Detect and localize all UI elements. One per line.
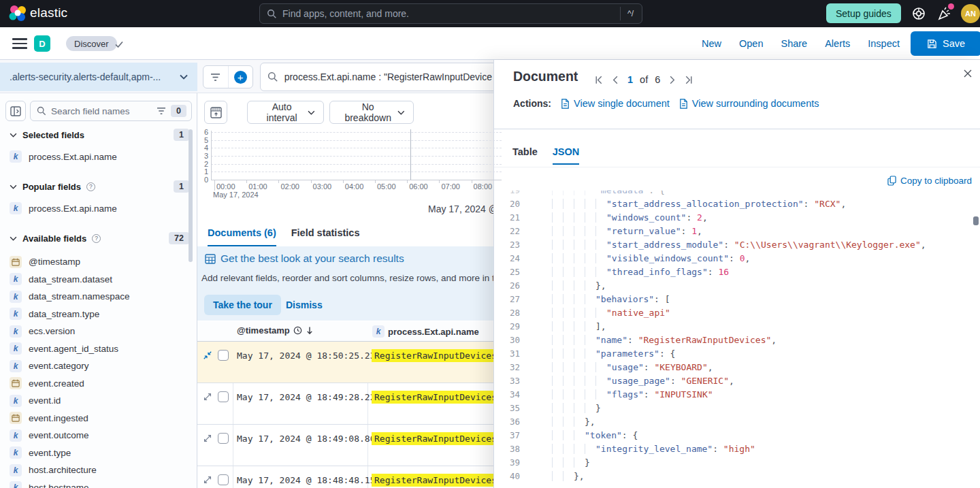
json-token: ,: [697, 226, 702, 236]
indent-guides: [552, 253, 606, 263]
user-avatar[interactable]: AN: [961, 4, 980, 23]
view-single-document-link[interactable]: View single document: [561, 98, 670, 109]
x-axis-tick-mark: [407, 180, 408, 183]
chart-options-button[interactable]: [204, 101, 227, 124]
row-checkbox[interactable]: [218, 391, 229, 402]
line-content: "usage_page": "GENERIC",: [532, 376, 734, 386]
indent-guides: [552, 191, 595, 195]
table-row[interactable]: May 17, 2024 @ 18:50:25.237RegisterRawIn…: [197, 342, 504, 383]
field-search-input[interactable]: Search field names 0: [30, 101, 192, 121]
menu-icon[interactable]: [12, 38, 27, 49]
line-number: 22: [494, 226, 532, 236]
json-token: :: [686, 212, 697, 223]
json-line: 27"behaviors": [: [494, 292, 980, 306]
chevron-down-icon: [10, 184, 17, 189]
field-list-item[interactable]: kecs.version: [0, 323, 197, 340]
table-row[interactable]: May 17, 2024 @ 18:49:08.809RegisterRawIn…: [197, 425, 504, 466]
take-tour-button[interactable]: Take the tour: [204, 295, 281, 315]
interval-select[interactable]: Auto interval: [247, 101, 324, 124]
collapse-sidebar-button[interactable]: [5, 101, 26, 121]
expand-document-icon[interactable]: [203, 434, 212, 443]
field-section-header[interactable]: Selected fields1: [0, 128, 197, 142]
field-list-item[interactable]: kevent.id: [0, 392, 197, 410]
field-list-item[interactable]: kprocess.Ext.api.name: [0, 200, 197, 216]
field-column-header[interactable]: k process.Ext.api.name: [372, 325, 479, 338]
query-input[interactable]: process.Ext.api.name : "RegisterRawInput…: [260, 63, 500, 91]
previous-page-icon[interactable]: [610, 75, 621, 85]
row-checkbox[interactable]: [218, 474, 229, 485]
y-axis-tick: 3: [199, 152, 208, 160]
nav-link-alerts[interactable]: Alerts: [825, 38, 850, 49]
document-flyout: Document 1 of 6 Actions: View single doc…: [493, 60, 980, 488]
timestamp-column-header[interactable]: @timestamp: [237, 325, 314, 336]
news-icon[interactable]: [936, 5, 953, 22]
total-pages: 6: [655, 74, 660, 85]
current-page: 1: [627, 74, 633, 85]
flyout-tab-table[interactable]: Table: [512, 146, 538, 165]
json-token: "C:\\Users\\vagrant\\Keylogger.exe": [734, 240, 921, 250]
breadcrumb[interactable]: Discover: [66, 36, 117, 51]
field-list-item[interactable]: kdata_stream.dataset: [0, 271, 197, 289]
sort-descending-icon[interactable]: [306, 326, 314, 335]
keyword-field-icon: k: [10, 308, 22, 320]
chart-gridline: [211, 148, 502, 148]
flyout-tab-json[interactable]: JSON: [553, 146, 580, 165]
json-token: :: [708, 267, 719, 277]
table-row[interactable]: May 17, 2024 @ 18:48:48.159RegisterRawIn…: [197, 466, 504, 488]
field-list-item[interactable]: kevent.type: [0, 444, 197, 462]
row-checkbox[interactable]: [218, 433, 229, 444]
nav-link-open[interactable]: Open: [739, 38, 763, 49]
line-number: 34: [494, 389, 532, 400]
field-list-item[interactable]: event.created: [0, 375, 197, 393]
dismiss-button[interactable]: Dismiss: [286, 299, 323, 310]
collapse-document-icon[interactable]: [203, 351, 212, 360]
nav-link-new[interactable]: New: [702, 38, 721, 49]
close-icon[interactable]: [962, 67, 974, 80]
nav-link-inspect[interactable]: Inspect: [868, 38, 900, 49]
save-button[interactable]: Save: [911, 31, 980, 56]
row-checkbox[interactable]: [218, 350, 229, 361]
add-filter-button[interactable]: +: [228, 66, 253, 88]
field-list-item[interactable]: kevent.category: [0, 357, 197, 375]
expand-document-icon[interactable]: [203, 392, 212, 402]
view-surrounding-documents-link[interactable]: View surrounding documents: [679, 98, 819, 109]
field-list-item[interactable]: kdata_stream.type: [0, 306, 197, 323]
field-list-item[interactable]: event.ingested: [0, 410, 197, 427]
first-page-icon[interactable]: [593, 75, 604, 85]
field-list-item[interactable]: khost.hostname: [0, 479, 197, 488]
tab-documents-[interactable]: Documents (6): [208, 225, 276, 246]
filter-icon[interactable]: [203, 66, 228, 88]
json-line: 36},: [494, 414, 980, 428]
global-search-input[interactable]: Find apps, content, and more. ^/: [259, 3, 642, 24]
json-line: 26},: [494, 278, 980, 292]
data-view-picker[interactable]: .alerts-security.alerts-default,apm-...: [0, 63, 197, 91]
flyout-scrollbar[interactable]: [973, 216, 979, 225]
json-token: "integrity_level_name": [595, 444, 713, 454]
setup-guides-button[interactable]: Setup guides: [826, 3, 901, 23]
field-name: process.Ext.api.name: [29, 204, 117, 214]
field-section-header[interactable]: Available fields?72: [0, 231, 197, 245]
table-row[interactable]: May 17, 2024 @ 18:49:28.223RegisterRawIn…: [197, 383, 504, 425]
copy-to-clipboard-button[interactable]: Copy to clipboard: [887, 176, 972, 186]
field-list-item[interactable]: @timestamp: [0, 253, 197, 271]
tab-field-statistics[interactable]: Field statistics: [291, 225, 360, 246]
field-section-header[interactable]: Popular fields?1: [0, 180, 197, 193]
documents-grid: @timestamp k process.Ext.api.name May 17…: [197, 321, 504, 488]
help-icon[interactable]: [911, 5, 927, 22]
field-list-item[interactable]: kevent.outcome: [0, 427, 197, 444]
nav-link-share[interactable]: Share: [781, 38, 807, 49]
breakdown-select[interactable]: No breakdown: [329, 101, 414, 124]
discover-app-badge[interactable]: D: [34, 35, 50, 52]
sidebar-scrollbar[interactable]: [189, 129, 193, 262]
field-list-item[interactable]: kevent.agent_id_status: [0, 340, 197, 358]
next-page-icon[interactable]: [667, 75, 677, 85]
info-icon: ?: [92, 234, 101, 243]
json-viewer[interactable]: 19"metadata": {20"start_address_allocati…: [494, 191, 980, 488]
field-list-item[interactable]: kdata_stream.namespace: [0, 288, 197, 306]
expand-document-icon[interactable]: [203, 475, 212, 485]
field-filter-icon[interactable]: [157, 107, 166, 115]
y-axis-tick: 6: [199, 128, 208, 136]
field-list-item[interactable]: kprocess.Ext.api.name: [0, 148, 197, 165]
field-list-item[interactable]: khost.architecture: [0, 461, 197, 479]
last-page-icon[interactable]: [684, 75, 694, 85]
